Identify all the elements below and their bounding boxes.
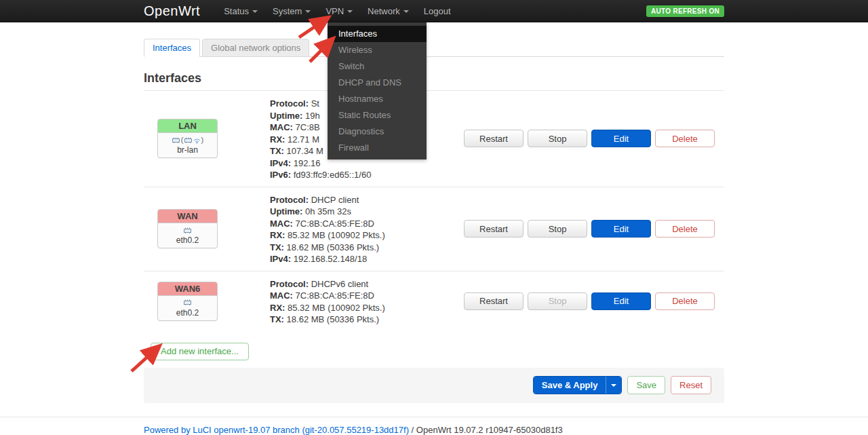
menu-item-switch[interactable]: Switch: [328, 58, 427, 75]
ethernet-icon: [184, 136, 193, 144]
auto-refresh-badge[interactable]: AUTO REFRESH ON: [646, 5, 724, 17]
edit-button[interactable]: Edit: [591, 130, 651, 147]
menu-item-diagnostics[interactable]: Diagnostics: [328, 124, 427, 140]
chevron-down-icon: [403, 10, 409, 13]
save-apply-dropdown-toggle[interactable]: [606, 377, 621, 394]
menu-item-static-routes[interactable]: Static Routes: [328, 107, 427, 124]
interface-row-lan: LAN br-lan Protocol: St Uptime: 19h MAC:…: [144, 91, 724, 187]
bridge-group: [181, 136, 203, 144]
luci-branch-link[interactable]: Powered by LuCI openwrt-19.07 branch (gi…: [144, 425, 409, 435]
page-title: Interfaces: [144, 71, 724, 86]
nav-item-status[interactable]: Status: [216, 0, 265, 22]
stop-button[interactable]: Stop: [528, 292, 587, 310]
nav-menu: Status System VPN Network Logout: [216, 0, 458, 22]
restart-button[interactable]: Restart: [464, 220, 524, 238]
tab-interfaces[interactable]: Interfaces: [144, 39, 200, 57]
edit-button[interactable]: Edit: [591, 292, 651, 310]
interface-box-wan: WAN eth0.2: [157, 209, 218, 248]
menu-item-interfaces[interactable]: Interfaces: [328, 26, 427, 42]
interface-row-wan6: WAN6 eth0.2 Protocol: DHCPv6 client MAC:…: [144, 271, 724, 331]
delete-button[interactable]: Delete: [655, 130, 715, 147]
wifi-icon: [193, 136, 201, 144]
nav-item-system[interactable]: System: [265, 0, 318, 22]
chevron-down-icon: [611, 384, 616, 387]
add-new-interface-button[interactable]: Add new interface...: [151, 343, 249, 360]
nav-item-logout[interactable]: Logout: [416, 0, 458, 22]
interface-name-badge: WAN: [158, 210, 217, 223]
delete-button[interactable]: Delete: [655, 292, 715, 310]
save-apply-split-button: Save & Apply: [533, 376, 623, 394]
interface-name-badge: LAN: [158, 119, 217, 133]
chevron-down-icon: [305, 10, 311, 13]
footer: Powered by LuCI openwrt-19.07 branch (gi…: [144, 417, 724, 435]
chevron-down-icon: [347, 10, 353, 13]
nav-item-network[interactable]: Network: [360, 0, 416, 22]
interface-row-wan: WAN eth0.2 Protocol: DHCP client Uptime:…: [144, 187, 724, 271]
top-navbar: OpenWrt Status System VPN Network Logout…: [0, 0, 868, 22]
menu-item-hostnames[interactable]: Hostnames: [328, 91, 427, 107]
network-dropdown-menu: Interfaces Wireless Switch DHCP and DNS …: [328, 22, 427, 159]
device-name: br-lan: [159, 145, 216, 155]
ethernet-icon: [172, 136, 180, 144]
stop-button[interactable]: Stop: [528, 130, 587, 147]
openwrt-version-text: / OpenWrt 19.07.2 r10947-65030d81f3: [412, 425, 563, 435]
tab-global-network-options[interactable]: Global network options: [202, 39, 309, 57]
openwrt-logo[interactable]: OpenWrt: [144, 3, 200, 19]
menu-item-firewall[interactable]: Firewall: [328, 140, 427, 156]
save-button[interactable]: Save: [627, 376, 665, 394]
interface-box-lan: LAN br-lan: [157, 119, 218, 158]
stop-button[interactable]: Stop: [528, 220, 587, 238]
device-name: eth0.2: [159, 308, 216, 318]
delete-button[interactable]: Delete: [655, 220, 715, 238]
device-name: eth0.2: [159, 235, 216, 245]
menu-item-wireless[interactable]: Wireless: [328, 42, 427, 58]
interface-details: Protocol: DHCPv6 client MAC: 7C:8B:CA:85…: [270, 277, 464, 326]
edit-button[interactable]: Edit: [591, 220, 651, 238]
reset-button[interactable]: Reset: [671, 376, 711, 394]
page-tabs: Interfaces Global network options: [144, 39, 724, 57]
restart-button[interactable]: Restart: [464, 292, 524, 310]
interface-box-wan6: WAN6 eth0.2: [157, 282, 218, 321]
restart-button[interactable]: Restart: [464, 130, 524, 147]
menu-item-dhcp-dns[interactable]: DHCP and DNS: [328, 75, 427, 91]
nav-item-vpn[interactable]: VPN: [318, 0, 360, 22]
ethernet-icon: [183, 227, 192, 234]
page-actions-bar: Save & Apply Save Reset: [144, 368, 724, 403]
interface-name-badge: WAN6: [158, 282, 217, 296]
interface-details: Protocol: DHCP client Uptime: 0h 35m 32s…: [270, 193, 464, 265]
save-apply-button[interactable]: Save & Apply: [534, 377, 606, 394]
ethernet-icon: [183, 299, 192, 306]
chevron-down-icon: [252, 10, 258, 13]
